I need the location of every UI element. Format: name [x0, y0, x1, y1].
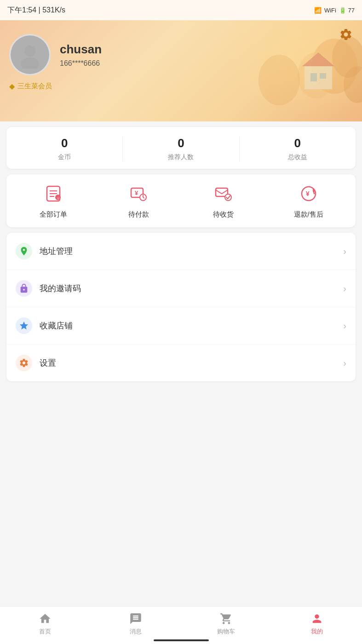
- refund-icon: ¥: [266, 184, 351, 206]
- settings-label: 设置: [40, 357, 343, 368]
- nav-home-label: 首页: [39, 627, 51, 636]
- nav-cart-label: 购物车: [217, 627, 235, 636]
- profile-text: chusan 166****6666: [60, 42, 102, 68]
- status-icons: 📶 WiFi 🔋 77: [314, 7, 355, 14]
- bottom-nav: 首页 消息 购物车 我的: [0, 606, 362, 644]
- member-badge[interactable]: ◆ 三生菜会员: [9, 82, 353, 91]
- referrals-value: 0: [123, 136, 239, 150]
- menu-card: 地址管理 › 我的邀请码 › 收藏店铺 › 设置 ›: [6, 233, 356, 381]
- invite-icon: [16, 280, 32, 297]
- referrals-label: 推荐人数: [123, 153, 239, 161]
- avatar-icon: [16, 41, 44, 69]
- member-label: 三生菜会员: [17, 82, 52, 91]
- svg-point-9: [24, 46, 35, 57]
- address-icon: [16, 243, 32, 259]
- settings-chevron: ›: [343, 358, 346, 368]
- nav-message-label: 消息: [130, 627, 142, 636]
- home-indicator: [154, 639, 209, 641]
- menu-item-address[interactable]: 地址管理 ›: [6, 233, 356, 270]
- menu-item-invite[interactable]: 我的邀请码 ›: [6, 270, 356, 307]
- message-icon: [129, 612, 142, 625]
- svg-point-10: [21, 58, 39, 69]
- favorites-icon: [16, 317, 32, 334]
- favorites-label: 收藏店铺: [40, 320, 343, 331]
- earnings-value: 0: [240, 136, 356, 150]
- menu-item-settings[interactable]: 设置 ›: [6, 345, 356, 381]
- svg-text:☺: ☺: [57, 196, 60, 200]
- order-delivery[interactable]: 待收货: [181, 184, 266, 219]
- gear-icon: [339, 28, 353, 41]
- coins-value: 0: [6, 136, 122, 150]
- payment-label: 待付款: [96, 210, 181, 219]
- payment-icon: ¥: [96, 184, 181, 206]
- profile-info: chusan 166****6666: [9, 34, 353, 75]
- username: chusan: [60, 42, 102, 57]
- invite-label: 我的邀请码: [40, 283, 343, 294]
- stats-card: 0 金币 0 推荐人数 0 总收益: [6, 127, 356, 169]
- nav-mine-label: 我的: [311, 627, 323, 636]
- favorites-chevron: ›: [343, 321, 346, 331]
- nav-message[interactable]: 消息: [91, 612, 181, 636]
- menu-item-favorites[interactable]: 收藏店铺 ›: [6, 307, 356, 345]
- home-icon: [39, 612, 52, 625]
- nav-cart[interactable]: 购物车: [181, 612, 272, 636]
- stat-referrals[interactable]: 0 推荐人数: [122, 136, 239, 161]
- address-chevron: ›: [343, 246, 346, 257]
- settings-button[interactable]: [339, 28, 353, 45]
- status-bar: 下午1:54 | 531K/s 📶 WiFi 🔋 77: [0, 0, 362, 20]
- status-time: 下午1:54 | 531K/s: [7, 6, 65, 15]
- signal-icon: 📶: [314, 7, 322, 14]
- all-orders-icon: ☺: [11, 184, 96, 206]
- person-icon: [310, 612, 323, 625]
- profile-header: chusan 166****6666 ◆ 三生菜会员: [0, 20, 362, 121]
- order-refund[interactable]: ¥ 退款/售后: [266, 184, 351, 219]
- address-label: 地址管理: [40, 246, 343, 257]
- stat-earnings[interactable]: 0 总收益: [239, 136, 356, 161]
- svg-text:¥: ¥: [306, 190, 310, 197]
- refund-label: 退款/售后: [266, 210, 351, 219]
- order-payment[interactable]: ¥ 待付款: [96, 184, 181, 219]
- svg-text:¥: ¥: [135, 190, 138, 196]
- orders-row: ☺ 全部订单 ¥ 待付款: [11, 184, 351, 219]
- wifi-icon: WiFi: [324, 7, 336, 14]
- settings-menu-icon: [16, 355, 32, 371]
- nav-home[interactable]: 首页: [0, 612, 91, 636]
- diamond-icon: ◆: [9, 82, 15, 91]
- stat-coins[interactable]: 0 金币: [6, 136, 122, 161]
- avatar[interactable]: [9, 34, 51, 75]
- orders-card: ☺ 全部订单 ¥ 待付款: [6, 174, 356, 227]
- battery-icon: 🔋 77: [339, 7, 355, 14]
- cart-icon: [220, 612, 233, 625]
- phone: 166****6666: [60, 59, 102, 68]
- coins-label: 金币: [6, 153, 122, 161]
- earnings-label: 总收益: [240, 153, 356, 161]
- order-all[interactable]: ☺ 全部订单: [11, 184, 96, 219]
- delivery-icon: [181, 184, 266, 206]
- nav-mine[interactable]: 我的: [271, 612, 362, 636]
- delivery-label: 待收货: [181, 210, 266, 219]
- invite-chevron: ›: [343, 283, 346, 294]
- all-orders-label: 全部订单: [11, 210, 96, 219]
